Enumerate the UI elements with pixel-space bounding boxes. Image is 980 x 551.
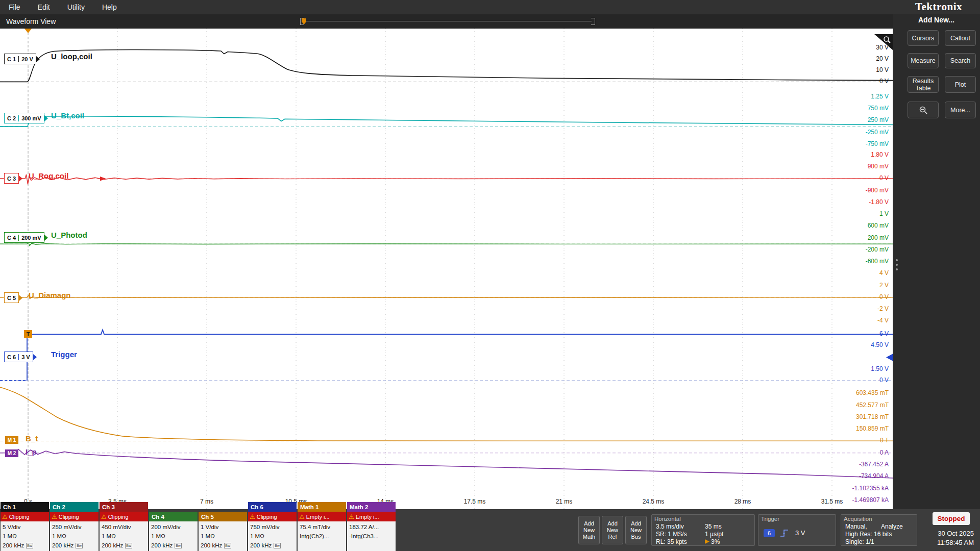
channel-scale: 3 V bbox=[18, 354, 33, 360]
trace-ch4-u-photod bbox=[0, 242, 893, 246]
warning-icon: ⚠ bbox=[349, 514, 354, 520]
bandwidth-icon: Bw bbox=[224, 543, 231, 548]
scale-label: 250 mV bbox=[868, 116, 889, 123]
math2-badge[interactable]: Math 2 ⚠Empty i... 183.72 A/...-Intg(Ch3… bbox=[347, 502, 396, 551]
trigger-panel-title: Trigger bbox=[761, 516, 779, 522]
measure-button[interactable]: Measure bbox=[908, 53, 939, 68]
more-button[interactable]: More... bbox=[945, 102, 976, 118]
ch1-badge[interactable]: Ch 1 ⚠Clipping 5 V/div1 MΩ 200 kHzBw bbox=[1, 502, 49, 551]
record-length: RL: 35 kpts bbox=[656, 538, 687, 545]
plot-button[interactable]: Plot bbox=[945, 76, 976, 93]
ch2-warning: ⚠Clipping bbox=[50, 512, 99, 521]
callout-button[interactable]: Callout bbox=[945, 30, 976, 46]
scale-label: -900 mV bbox=[866, 187, 889, 194]
scale-label: 1.25 V bbox=[871, 93, 889, 100]
ch1-warning: ⚠Clipping bbox=[1, 512, 49, 521]
trigger-position-icon[interactable] bbox=[24, 29, 32, 33]
panel-drag-handle[interactable] bbox=[896, 259, 898, 273]
math1-badge-header: Math 1 bbox=[298, 502, 346, 512]
scale-label: 0 V bbox=[879, 78, 889, 85]
run-stop-button[interactable]: Stopped bbox=[933, 512, 970, 525]
ch6-badge-body: 750 mV/div1 MΩ 200 kHzBw bbox=[248, 521, 297, 551]
overview-center-line bbox=[304, 21, 592, 21]
scale-label: 0 A bbox=[880, 449, 889, 456]
channel-id: C 1 bbox=[5, 56, 18, 62]
scale-label: 1 V bbox=[879, 210, 889, 217]
horizontal-scale: 3.5 ms/div bbox=[656, 523, 684, 530]
add-new-ref-button[interactable]: AddNewRef bbox=[602, 516, 623, 544]
ch5-badge[interactable]: Ch 5 1 V/div1 MΩ 200 kHzBw bbox=[199, 512, 247, 551]
channel-id: C 2 bbox=[5, 115, 18, 121]
acquisition-single: Single: 1/1 bbox=[845, 538, 874, 545]
channel-badge-c5[interactable]: C 5 bbox=[4, 292, 19, 303]
waveform-view: Waveform View bbox=[0, 14, 893, 509]
trace-ch1-u-loop-coil bbox=[0, 50, 893, 82]
time-label: 31.5 ms bbox=[812, 498, 852, 505]
math1-badge[interactable]: Math 1 ⚠Empty i... 75.4 mT/divIntg(Ch2).… bbox=[298, 502, 346, 551]
time-label: 24.5 ms bbox=[633, 498, 674, 505]
scale-label: 452.577 mT bbox=[856, 402, 889, 409]
scale-label: -734.904 A bbox=[859, 472, 889, 480]
sample-interval: 1 µs/pt bbox=[705, 531, 723, 538]
menu-utility[interactable]: Utility bbox=[59, 0, 93, 14]
warning-icon: ⚠ bbox=[52, 514, 57, 520]
channel-badge-c6[interactable]: C 6 3 V bbox=[4, 352, 33, 362]
scale-label: -250 mV bbox=[866, 129, 889, 136]
trigger-t-marker[interactable]: T bbox=[24, 330, 32, 338]
acquisition-analyze: Analyze bbox=[881, 523, 903, 530]
scale-label: 0 V bbox=[879, 174, 889, 182]
trigger-panel[interactable]: Trigger 6 3 V bbox=[758, 514, 836, 546]
scale-label: 0 V bbox=[879, 377, 889, 384]
ch6-badge[interactable]: Ch 6 ⚠Clipping 750 mV/div1 MΩ 200 kHzBw bbox=[248, 502, 297, 551]
scale-label: 2 V bbox=[879, 282, 889, 289]
ch2-badge-body: 250 mV/div1 MΩ 200 kHzBw bbox=[50, 521, 99, 551]
add-new-math-button[interactable]: AddNewMath bbox=[578, 516, 600, 544]
overview-right-bracket bbox=[591, 18, 595, 25]
menu-file[interactable]: File bbox=[0, 0, 29, 14]
scale-label: -600 mV bbox=[866, 258, 889, 265]
search-button[interactable]: Search bbox=[945, 53, 976, 68]
magnifier-icon bbox=[883, 36, 891, 44]
trace-ch5-u-diamagn bbox=[0, 295, 893, 299]
sample-rate: SR: 1 MS/s bbox=[656, 531, 687, 538]
zoom-tool-button[interactable] bbox=[908, 102, 939, 118]
cursors-button[interactable]: Cursors bbox=[908, 30, 939, 46]
channel-id: C 5 bbox=[5, 295, 18, 301]
trace-ch3-u-rog-coil bbox=[0, 174, 893, 185]
ch3-cursor-marker bbox=[100, 177, 106, 181]
channel-name-label: I_p bbox=[26, 447, 37, 456]
bottom-bar: Ch 1 ⚠Clipping 5 V/div1 MΩ 200 kHzBw Ch … bbox=[0, 509, 980, 551]
math-badge-m1[interactable]: M 1 bbox=[5, 436, 18, 444]
channel-name-label: U_Photod bbox=[51, 231, 87, 239]
ch5-badge-header: Ch 5 bbox=[199, 512, 247, 521]
acquisition-mode: Manual, bbox=[845, 523, 867, 530]
channel-badge-c4[interactable]: C 4 200 mV bbox=[4, 232, 44, 243]
math1-badge-body: 75.4 mT/divIntg(Ch2)... bbox=[298, 521, 346, 551]
magnifier-dots-icon bbox=[919, 106, 928, 115]
menu-bar: File Edit Utility Help Tektronix bbox=[0, 0, 980, 14]
trace-math2-i-p bbox=[0, 449, 893, 479]
channel-scale: 200 mV bbox=[18, 235, 44, 241]
channel-badge-c1[interactable]: C 1 20 V bbox=[4, 54, 36, 64]
channel-badge-c3[interactable]: C 3 bbox=[4, 173, 19, 184]
scale-label: 603.435 mT bbox=[856, 389, 889, 396]
waveform-view-titlebar: Waveform View bbox=[0, 14, 893, 29]
scale-label: 301.718 mT bbox=[856, 413, 889, 420]
results-table-button[interactable]: Results Table bbox=[908, 76, 939, 93]
horizontal-window: 35 ms bbox=[705, 523, 722, 530]
scale-label: 750 mV bbox=[868, 105, 889, 112]
math-badge-m2[interactable]: M 2 bbox=[5, 449, 18, 457]
horizontal-panel[interactable]: Horizontal 3.5 ms/div 35 ms SR: 1 MS/s 1… bbox=[651, 514, 755, 546]
acquisition-panel[interactable]: Acquisition Manual, Analyze High Res: 16… bbox=[841, 514, 917, 546]
ch3-badge[interactable]: Ch 3 ⚠Clipping 450 mV/div1 MΩ 200 kHzBw bbox=[100, 502, 148, 551]
menu-help[interactable]: Help bbox=[93, 0, 126, 14]
math2-badge-body: 183.72 A/...-Intg(Ch3... bbox=[347, 521, 396, 551]
ch2-badge[interactable]: Ch 2 ⚠Clipping 250 mV/div1 MΩ 200 kHzBw bbox=[50, 502, 99, 551]
add-new-bus-button[interactable]: AddNewBus bbox=[625, 516, 647, 544]
acquisition-overview-bar[interactable] bbox=[300, 18, 595, 25]
menu-edit[interactable]: Edit bbox=[29, 0, 59, 14]
channel-scale: 300 mV bbox=[18, 115, 44, 121]
ch4-badge[interactable]: Ch 4 200 mV/div1 MΩ 200 kHzBw bbox=[149, 512, 198, 551]
ch3-warning: ⚠Clipping bbox=[100, 512, 148, 521]
channel-badge-c2[interactable]: C 2 300 mV bbox=[4, 113, 44, 123]
